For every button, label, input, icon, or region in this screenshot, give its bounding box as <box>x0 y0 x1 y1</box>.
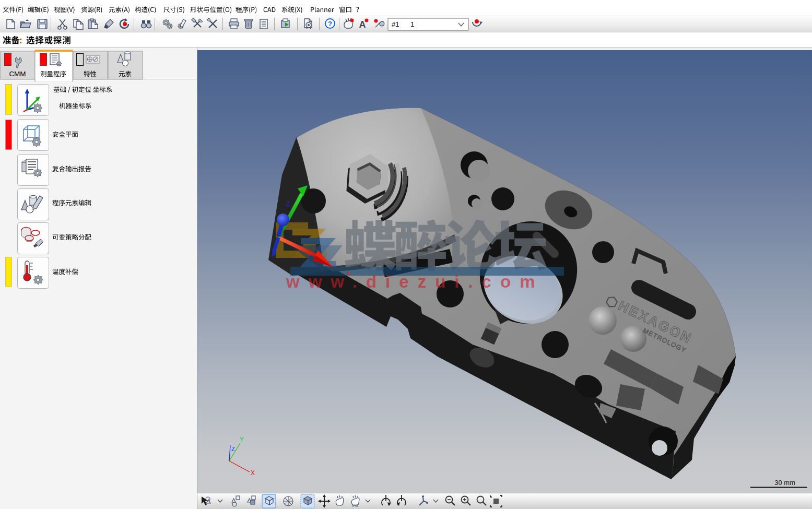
svg-text:#1: #1 <box>392 20 399 28</box>
svg-text:30 mm: 30 mm <box>774 479 795 487</box>
svg-text:Y: Y <box>240 436 244 443</box>
svg-text:Z: Z <box>286 200 290 208</box>
svg-text:CMM: CMM <box>9 70 26 78</box>
svg-text:X: X <box>346 270 350 277</box>
svg-text:www.diezui.com: www.diezui.com <box>286 272 544 291</box>
svg-text:?: ? <box>328 20 332 28</box>
svg-text:Z: Z <box>231 446 235 452</box>
svg-text:XYZ: XYZ <box>352 504 359 507</box>
svg-text:A: A <box>359 19 366 30</box>
svg-text:1: 1 <box>410 20 414 28</box>
svg-text:X: X <box>251 469 255 477</box>
